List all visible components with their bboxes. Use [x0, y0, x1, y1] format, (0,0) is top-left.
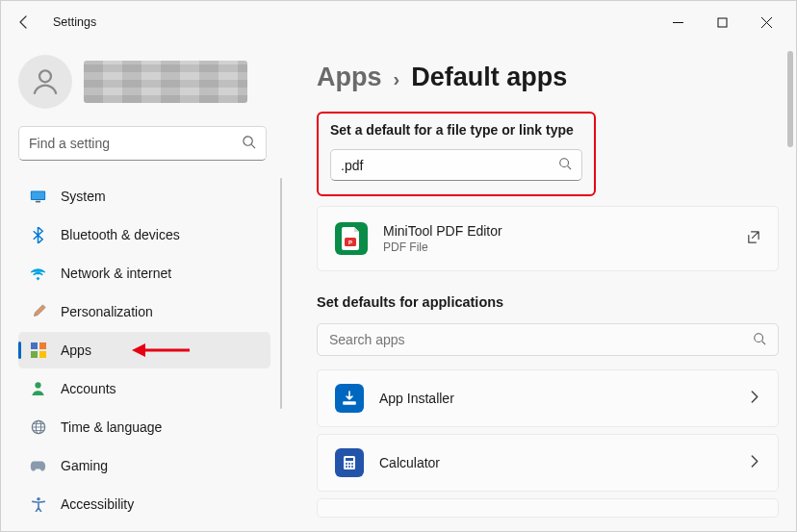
svg-point-22: [346, 463, 347, 465]
svg-point-16: [560, 159, 569, 167]
sidebar-item-accessibility[interactable]: Accessibility: [18, 486, 270, 522]
sidebar-scrollbar[interactable]: [280, 178, 282, 409]
svg-point-24: [351, 463, 353, 465]
window-title: Settings: [53, 15, 96, 29]
sidebar-item-personalization[interactable]: Personalization: [18, 293, 270, 330]
monitor-icon: [30, 189, 46, 205]
default-app-name: MiniTool PDF Editor: [383, 223, 502, 239]
default-app-subtitle: PDF File: [383, 241, 502, 254]
minimize-button[interactable]: [656, 7, 700, 38]
apps-icon: [30, 342, 46, 359]
svg-point-19: [755, 333, 763, 342]
breadcrumb-parent[interactable]: Apps: [317, 63, 382, 92]
app-row-calculator[interactable]: Calculator: [317, 434, 779, 492]
svg-point-2: [244, 137, 252, 145]
page-title: Default apps: [411, 63, 567, 92]
svg-rect-9: [39, 351, 46, 358]
svg-text:P: P: [348, 240, 352, 245]
sidebar-nav: System Bluetooth & devices Network & int…: [18, 178, 270, 522]
content: Apps › Default apps Set a default for a …: [290, 43, 796, 531]
sidebar: System Bluetooth & devices Network & int…: [1, 43, 290, 531]
svg-rect-6: [31, 342, 38, 349]
accessibility-icon: [30, 496, 46, 513]
globe-icon: [30, 419, 46, 436]
sidebar-item-gaming[interactable]: Gaming: [18, 447, 270, 484]
app-row-partial[interactable]: [317, 498, 779, 518]
app-row-app-installer[interactable]: App Installer: [317, 369, 779, 427]
svg-rect-0: [718, 18, 727, 27]
gamepad-icon: [30, 458, 46, 474]
annotation-arrow: [132, 341, 190, 360]
sidebar-item-label: Network & internet: [61, 266, 171, 281]
chevron-right-icon: [748, 455, 760, 470]
svg-point-12: [35, 382, 40, 388]
sidebar-item-label: Accounts: [61, 381, 116, 396]
sidebar-item-label: Apps: [61, 342, 91, 358]
back-button[interactable]: [9, 7, 39, 38]
chevron-right-icon: ›: [394, 68, 400, 90]
app-installer-icon: [335, 384, 364, 413]
file-type-search[interactable]: [330, 149, 582, 181]
pdf-app-icon: P: [335, 222, 368, 255]
search-icon: [558, 157, 572, 173]
svg-point-26: [348, 466, 350, 468]
titlebar: Settings: [1, 1, 796, 43]
calculator-icon: [335, 448, 364, 477]
app-row-label: App Installer: [379, 391, 454, 406]
svg-point-23: [348, 463, 350, 465]
maximize-button[interactable]: [700, 7, 744, 38]
wifi-icon: [30, 266, 46, 282]
chevron-right-icon: [748, 391, 760, 406]
file-type-heading: Set a default for a file type or link ty…: [330, 122, 582, 138]
profile[interactable]: [18, 51, 286, 126]
close-button[interactable]: [744, 7, 788, 38]
search-icon: [242, 135, 256, 152]
bluetooth-icon: [30, 227, 46, 243]
window-controls: [656, 7, 788, 38]
brush-icon: [30, 304, 46, 320]
svg-marker-11: [132, 343, 145, 357]
sidebar-item-system[interactable]: System: [18, 178, 270, 215]
apps-section-heading: Set defaults for applications: [317, 294, 779, 310]
sidebar-item-label: Accessibility: [61, 496, 134, 512]
default-app-card[interactable]: P MiniTool PDF Editor PDF File: [317, 206, 779, 271]
sidebar-item-time-language[interactable]: Time & language: [18, 409, 270, 445]
sidebar-item-bluetooth[interactable]: Bluetooth & devices: [18, 216, 270, 253]
svg-rect-4: [32, 191, 45, 199]
person-icon: [30, 381, 46, 397]
annotation-highlight-box: Set a default for a file type or link ty…: [317, 112, 596, 196]
svg-point-25: [346, 466, 347, 468]
sidebar-search-input[interactable]: [29, 136, 242, 151]
sidebar-item-label: Bluetooth & devices: [61, 227, 180, 242]
svg-rect-8: [31, 351, 38, 358]
sidebar-item-accounts[interactable]: Accounts: [18, 370, 270, 407]
profile-info-hidden: [84, 61, 247, 103]
sidebar-item-apps[interactable]: Apps: [18, 332, 270, 368]
svg-rect-5: [36, 200, 40, 202]
app-search[interactable]: [317, 323, 779, 356]
svg-rect-21: [346, 458, 353, 461]
sidebar-item-label: Personalization: [61, 304, 153, 319]
search-icon: [753, 332, 766, 348]
content-scrollbar[interactable]: [787, 51, 793, 147]
sidebar-search[interactable]: [18, 126, 267, 161]
svg-point-15: [37, 497, 40, 501]
app-search-input[interactable]: [329, 332, 753, 347]
sidebar-item-label: Gaming: [61, 458, 108, 473]
open-external-icon: [746, 230, 760, 247]
sidebar-item-label: Time & language: [61, 419, 162, 435]
sidebar-item-network[interactable]: Network & internet: [18, 255, 270, 291]
avatar: [18, 55, 72, 109]
svg-rect-7: [39, 342, 46, 349]
svg-point-27: [351, 466, 353, 468]
file-type-search-input[interactable]: [341, 158, 558, 173]
app-row-label: Calculator: [379, 455, 440, 470]
svg-point-1: [39, 70, 51, 82]
sidebar-item-label: System: [61, 189, 106, 204]
breadcrumb: Apps › Default apps: [317, 63, 779, 92]
